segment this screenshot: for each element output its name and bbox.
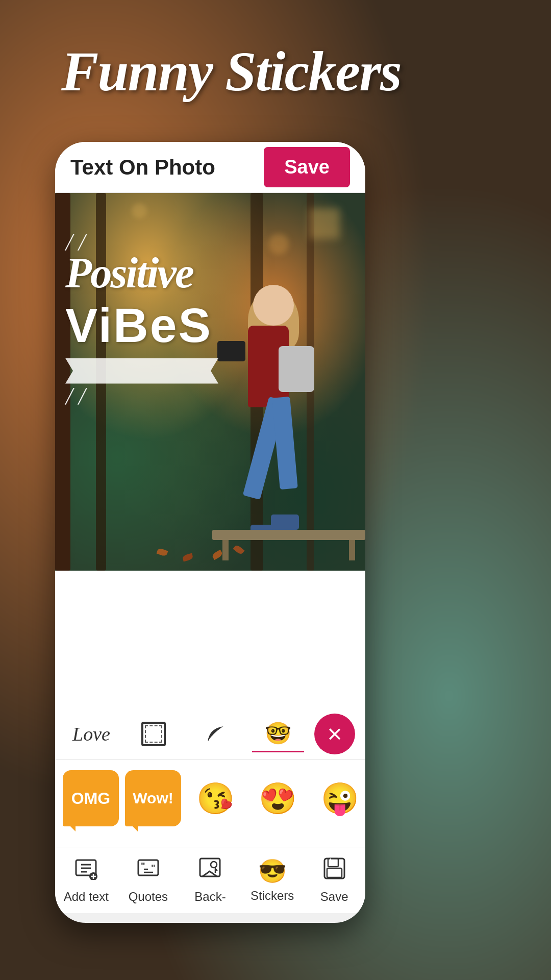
bench-leg-right bbox=[349, 540, 355, 560]
emoji-omg[interactable]: OMG bbox=[63, 770, 119, 826]
nav-add-text[interactable]: Add text bbox=[55, 847, 117, 913]
girl-bag bbox=[279, 346, 314, 392]
tab-love[interactable]: Love bbox=[65, 718, 117, 750]
nav-save[interactable]: Save bbox=[303, 847, 365, 913]
back-icon bbox=[198, 857, 221, 886]
svg-point-13 bbox=[211, 862, 217, 868]
close-icon: × bbox=[327, 719, 342, 749]
emoji-row: OMG Wow! 😘 😍 😜 🤩 bbox=[55, 760, 365, 837]
emoji-heart-eyes[interactable]: 😍 bbox=[249, 770, 306, 826]
app-title: Funny Stickers bbox=[61, 41, 401, 103]
add-text-label: Add text bbox=[64, 890, 109, 904]
photo-text-overlay[interactable]: ╱ ╱ Positive ViBeS ╱ ╱ bbox=[65, 234, 239, 405]
bokeh-2 bbox=[268, 234, 289, 254]
glasses-emoji-icon: 🤓 bbox=[265, 721, 291, 746]
save-nav-icon bbox=[323, 857, 346, 886]
screen-title: Text On Photo bbox=[70, 155, 215, 180]
quotes-icon: " " bbox=[137, 857, 160, 886]
emoji-wink[interactable]: 😜 bbox=[312, 770, 365, 826]
sticker-tab-row: Love 🤓 × bbox=[55, 708, 365, 760]
deco-bottom: ╱ ╱ bbox=[65, 388, 239, 405]
quotes-label: Quotes bbox=[129, 890, 168, 904]
svg-rect-16 bbox=[327, 868, 342, 877]
bench-leg-left bbox=[222, 540, 229, 560]
bokeh-1 bbox=[309, 208, 340, 239]
sticker-panel: Love 🤓 × bbox=[55, 698, 365, 847]
emoji-kiss[interactable]: 😘 bbox=[187, 770, 243, 826]
stickers-label: Stickers bbox=[251, 889, 294, 903]
white-space-area bbox=[55, 571, 365, 698]
ribbon-banner bbox=[65, 358, 218, 384]
wow-tail bbox=[130, 824, 138, 831]
girl-leg-right bbox=[272, 397, 298, 489]
photo-canvas[interactable]: ╱ ╱ Positive ViBeS ╱ ╱ bbox=[55, 193, 365, 571]
vibes-text: ViBeS bbox=[65, 298, 239, 353]
nav-back[interactable]: Back- bbox=[179, 847, 241, 913]
heart-eyes-char: 😍 bbox=[259, 780, 297, 817]
back-label: Back- bbox=[194, 890, 226, 904]
save-button[interactable]: Save bbox=[264, 147, 350, 187]
love-tab-label: Love bbox=[72, 723, 110, 745]
girl-shoe-right bbox=[271, 514, 299, 530]
positive-text: Positive bbox=[65, 253, 239, 292]
stickers-icon: 😎 bbox=[258, 857, 287, 885]
save-nav-label: Save bbox=[320, 890, 348, 904]
tab-emoji[interactable]: 🤓 bbox=[252, 716, 304, 752]
tab-leaf[interactable] bbox=[190, 718, 242, 750]
nav-stickers[interactable]: 😎 Stickers bbox=[241, 847, 304, 913]
wink-char: 😜 bbox=[321, 780, 359, 817]
girl-head bbox=[253, 285, 294, 326]
app-header: Text On Photo Save bbox=[55, 142, 365, 193]
tab-frame[interactable] bbox=[128, 717, 180, 751]
close-sticker-button[interactable]: × bbox=[314, 714, 355, 754]
svg-rect-15 bbox=[328, 859, 338, 867]
nav-quotes[interactable]: " " Quotes bbox=[117, 847, 180, 913]
omg-tail bbox=[68, 824, 76, 831]
leaf-icon bbox=[205, 723, 227, 745]
omg-text: OMG bbox=[71, 789, 110, 808]
emoji-wow[interactable]: Wow! bbox=[125, 770, 181, 826]
bokeh-3 bbox=[132, 203, 147, 218]
deco-top: ╱ ╱ bbox=[65, 234, 239, 251]
kiss-char: 😘 bbox=[196, 780, 235, 817]
svg-rect-12 bbox=[200, 859, 220, 876]
bottom-navigation: Add text " " Quotes bbox=[55, 847, 365, 913]
frame-icon bbox=[141, 722, 166, 746]
bench bbox=[212, 530, 365, 540]
wow-text: Wow! bbox=[133, 790, 173, 807]
phone-mockup: Text On Photo Save bbox=[55, 142, 365, 923]
add-text-icon bbox=[74, 857, 97, 886]
